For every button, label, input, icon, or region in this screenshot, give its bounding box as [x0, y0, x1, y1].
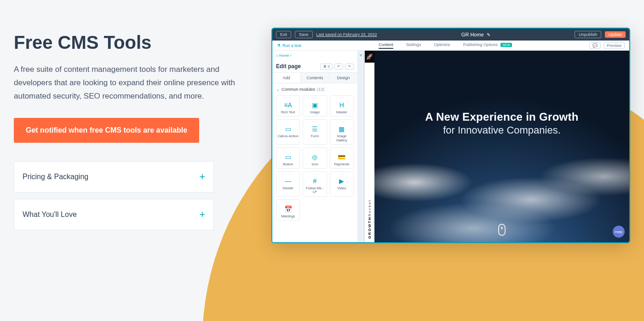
tab-content[interactable]: Content [379, 42, 393, 49]
module-rich-text[interactable]: ≡ARich Text [276, 95, 300, 117]
page-heading: Free CMS Tools [14, 32, 253, 53]
module-label: Form [311, 134, 319, 138]
app-body: ⌂ Home › Edit page 🖥 0 ↶ ↷ Add Contents … [272, 51, 629, 242]
preview-button[interactable]: Preview [604, 42, 625, 49]
module-label: Icon [311, 163, 318, 166]
help-button[interactable]: Help [613, 226, 625, 238]
module-label: Payments [334, 163, 349, 166]
module-label: Header [336, 111, 348, 114]
flask-icon: ⚗ [277, 43, 281, 48]
module-icon: ▶ [339, 177, 344, 185]
subtab-contents[interactable]: Contents [300, 73, 329, 83]
module-icon: H [339, 101, 344, 109]
subtab-add[interactable]: Add [272, 73, 300, 83]
module-label: Video [337, 187, 346, 190]
module-icon[interactable]: ◎Icon [303, 147, 327, 169]
hero-line-1: A New Experience in Growth [374, 111, 629, 123]
module-image[interactable]: ▣Image [303, 95, 327, 117]
hero-text: A New Experience in Growth for Innovativ… [374, 111, 629, 136]
update-button[interactable]: Update [605, 31, 626, 38]
exit-button[interactable]: Exit [276, 31, 291, 38]
chat-icon-button[interactable]: 💬 [589, 42, 601, 49]
chevron-down-icon: ⌄ [276, 87, 280, 92]
chevron-right-icon: › [290, 53, 292, 58]
app-window: Exit Save Last saved on February 22, 202… [271, 28, 630, 243]
module-image-gallery[interactable]: ▦Image Gallery [330, 119, 354, 145]
module-icon: ◎ [312, 153, 317, 161]
module-icon: ▭ [285, 125, 291, 133]
module-label: Follow Me - LP [304, 187, 325, 194]
module-label: Rich Text [281, 111, 295, 114]
brand-vertical-text: GROWTHRocket [368, 199, 372, 239]
panel-title: Edit page [276, 63, 301, 70]
module-payments[interactable]: 💳Payments [330, 147, 354, 169]
rocket-icon: 🚀 [365, 51, 375, 63]
app-topbar: Exit Save Last saved on February 22, 202… [272, 29, 629, 41]
page-title-text: GR Home [461, 32, 484, 37]
brand-rail: 🚀 GROWTHRocket [364, 51, 374, 242]
module-label: Image Gallery [331, 134, 352, 142]
device-toggle[interactable]: 🖥 0 [320, 64, 333, 70]
last-saved-link[interactable]: Last saved on February 22, 2022 [316, 32, 377, 37]
accordion-what-youll-love[interactable]: What You'll Love + [14, 199, 214, 230]
plus-icon: + [199, 209, 205, 221]
scroll-indicator-icon [498, 224, 506, 236]
module-call-to-action[interactable]: ▭Call-to-Action [276, 119, 300, 145]
editor-panel: ⌂ Home › Edit page 🖥 0 ↶ ↷ Add Contents … [272, 51, 358, 242]
module-icon: ≡A [284, 101, 292, 109]
cta-button[interactable]: Get notified when free CMS tools are ava… [14, 118, 199, 143]
module-divider[interactable]: —Divider [276, 171, 300, 197]
hero-line-2: for Innovative Companies. [374, 124, 629, 136]
tab-settings[interactable]: Settings [406, 42, 421, 49]
module-video[interactable]: ▶Video [330, 171, 354, 197]
save-button[interactable]: Save [295, 31, 313, 38]
module-header[interactable]: HHeader [330, 95, 354, 117]
module-grid: ≡ARich Text▣ImageHHeader▭Call-to-Action☰… [272, 95, 357, 224]
subtab-design[interactable]: Design [329, 73, 357, 83]
module-meetings[interactable]: 📅Meetings [276, 199, 300, 221]
module-icon: ▣ [312, 101, 318, 109]
module-icon: 📅 [284, 205, 292, 213]
new-badge: NEW [500, 43, 512, 47]
breadcrumb[interactable]: ⌂ Home › [272, 51, 357, 60]
page-subheading: A free suite of content management tools… [14, 63, 253, 103]
accordion-label: What You'll Love [23, 210, 77, 219]
module-icon: 💳 [338, 153, 345, 161]
module-icon: # [313, 177, 317, 185]
module-label: Button [283, 163, 293, 166]
accordion-pricing[interactable]: Pricing & Packaging + [14, 161, 214, 193]
preview-canvas[interactable]: A New Experience in Growth for Innovativ… [374, 51, 629, 242]
module-icon: ▭ [285, 153, 291, 161]
unpublish-button[interactable]: Unpublish [575, 31, 601, 38]
module-icon: ☰ [312, 125, 318, 133]
tab-publishing[interactable]: Publishing Options NEW [463, 42, 512, 49]
plus-icon: + [199, 171, 205, 183]
module-label: Meetings [281, 215, 295, 218]
page-title: GR Home ✎ [381, 32, 571, 37]
run-test-link[interactable]: ⚗ Run a test [277, 43, 301, 48]
section-common-modules[interactable]: ⌄ Common modules (13) [272, 83, 357, 95]
tab-optimize[interactable]: Optimize [434, 42, 450, 49]
module-form[interactable]: ☰Form [303, 119, 327, 145]
module-button[interactable]: ▭Button [276, 147, 300, 169]
main-tabs: Content Settings Optimize Publishing Opt… [379, 42, 512, 49]
redo-button[interactable]: ↷ [345, 64, 354, 70]
module-label: Call-to-Action [278, 134, 299, 138]
left-column: Free CMS Tools A free suite of content m… [14, 32, 253, 237]
accordion-label: Pricing & Packaging [23, 173, 88, 181]
module-icon: — [285, 177, 291, 185]
home-icon: ⌂ [276, 53, 278, 58]
undo-button[interactable]: ↶ [334, 64, 343, 70]
edit-title-icon[interactable]: ✎ [487, 32, 490, 37]
module-label: Image [310, 111, 320, 114]
collapse-panel-button[interactable]: « [358, 51, 364, 242]
module-icon: ▦ [339, 125, 345, 133]
app-tabbar: ⚗ Run a test Content Settings Optimize P… [272, 41, 629, 51]
module-follow-me-lp[interactable]: #Follow Me - LP [303, 171, 327, 197]
module-label: Divider [282, 187, 293, 190]
panel-subtabs: Add Contents Design [272, 72, 357, 83]
